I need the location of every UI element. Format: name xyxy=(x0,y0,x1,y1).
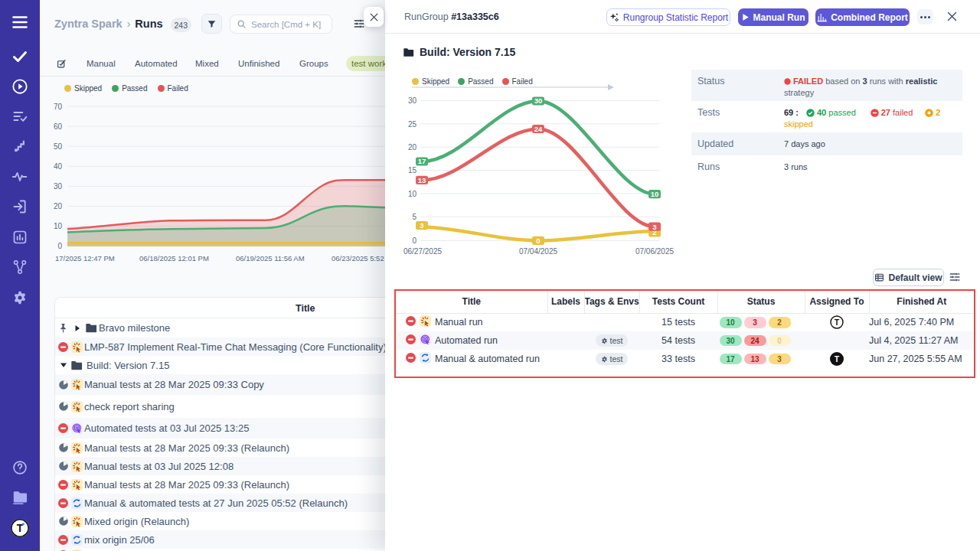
svg-text:40: 40 xyxy=(54,162,63,171)
svg-text:3: 3 xyxy=(652,223,656,231)
svg-text:50: 50 xyxy=(54,142,63,151)
svg-text:10: 10 xyxy=(408,190,417,198)
svg-text:06/18/2025 12:01 PM: 06/18/2025 12:01 PM xyxy=(139,254,209,262)
svg-text:60: 60 xyxy=(54,122,63,131)
svg-text:0: 0 xyxy=(536,236,540,245)
svg-text:0: 0 xyxy=(412,236,416,245)
svg-text:07/04/2025: 07/04/2025 xyxy=(519,247,557,256)
svg-text:30: 30 xyxy=(54,182,63,191)
svg-text:13: 13 xyxy=(418,176,426,184)
svg-text:15: 15 xyxy=(408,166,417,174)
svg-text:20: 20 xyxy=(408,143,417,152)
svg-text:10: 10 xyxy=(54,222,63,230)
svg-text:06/27/2025: 06/27/2025 xyxy=(403,247,442,256)
svg-text:07/06/2025: 07/06/2025 xyxy=(635,247,674,256)
svg-text:5: 5 xyxy=(412,213,416,221)
svg-text:3: 3 xyxy=(420,221,423,230)
svg-text:30: 30 xyxy=(534,96,543,105)
svg-text:T: T xyxy=(835,354,840,364)
svg-text:06/23/2025 5:52 P: 06/23/2025 5:52 P xyxy=(332,254,385,262)
svg-text:06/19/2025 11:56 AM: 06/19/2025 11:56 AM xyxy=(236,254,305,262)
svg-text:17: 17 xyxy=(418,157,426,165)
svg-text:20: 20 xyxy=(54,202,63,210)
svg-text:10: 10 xyxy=(651,190,659,198)
svg-text:17/2025 12:47 PM: 17/2025 12:47 PM xyxy=(55,254,115,262)
svg-text:0: 0 xyxy=(57,242,62,250)
svg-text:25: 25 xyxy=(408,120,417,129)
svg-text:24: 24 xyxy=(534,125,543,133)
svg-text:T: T xyxy=(835,318,840,327)
svg-text:30: 30 xyxy=(408,96,417,105)
svg-text:70: 70 xyxy=(54,103,63,111)
